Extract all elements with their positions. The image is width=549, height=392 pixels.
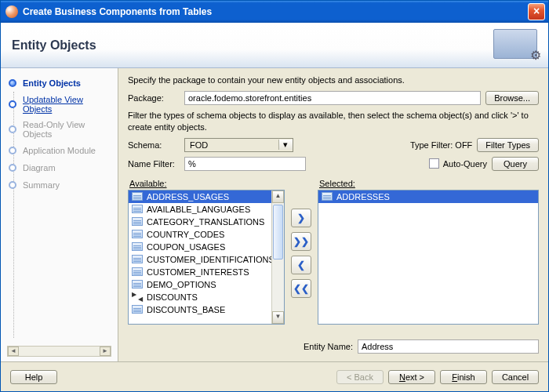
list-item[interactable]: DEMO_OPTIONS [129,278,271,291]
step-dot-icon [9,79,16,87]
list-item[interactable]: DISCOUNTS_BASE [129,303,271,316]
wizard-step-read-only-view-objects: Read-Only View Objects [1,117,118,142]
item-label: CUSTOMER_INTERESTS [147,267,249,277]
item-label: ADDRESS_USAGES [147,192,229,201]
shuttle-buttons: ❯ ❯❯ ❮ ❮❮ [291,209,311,298]
page-title: Entity Objects [12,38,96,53]
item-label: AVAILABLE_LANGUAGES [147,205,250,214]
wizard-footer: Help < Back Next > Finish Cancel [1,361,548,391]
wizard-step-updatable-view-objects[interactable]: Updatable View Objects [1,92,118,117]
scroll-down-icon[interactable]: ▼ [272,311,284,324]
item-label: DISCOUNTS [147,292,198,302]
table-icon [132,305,143,314]
package-label: Package: [128,93,180,103]
item-label: CUSTOMER_IDENTIFICATIONS [147,255,271,264]
scroll-thumb[interactable] [273,205,283,260]
header-decoration-icon [493,29,537,59]
app-icon [5,5,18,18]
help-button[interactable]: Help [10,370,57,384]
step-dot-icon [9,147,16,154]
selected-listbox[interactable]: ADDRESSES [318,190,539,325]
available-label: Available: [129,179,285,188]
cancel-button[interactable]: Cancel [492,370,539,384]
available-listbox[interactable]: ADDRESS_USAGESAVAILABLE_LANGUAGESCATEGOR… [128,190,285,325]
item-label: ADDRESSES [336,192,390,201]
step-dot-icon [9,181,16,189]
name-filter-label: Name Filter: [128,159,180,169]
list-item[interactable]: COUNTRY_CODES [129,228,271,241]
schema-label: Schema: [128,140,180,150]
list-item[interactable]: CUSTOMER_IDENTIFICATIONS [129,253,271,266]
window-title: Create Business Components from Tables [23,6,528,17]
schema-value: FOD [185,139,278,151]
list-item[interactable]: DISCOUNTS [129,291,271,303]
step-label: Updatable View Objects [23,95,113,114]
table-icon [132,217,143,226]
chevron-down-icon[interactable]: ▾ [278,140,293,150]
item-label: COUNTRY_CODES [147,230,224,239]
item-label: COUPON_USAGES [147,242,225,252]
wizard-step-entity-objects[interactable]: Entity Objects [1,74,118,92]
available-column: Available: ADDRESS_USAGESAVAILABLE_LANGU… [128,176,285,332]
step-label: Read-Only View Objects [23,120,113,139]
scroll-right-icon[interactable]: ► [100,347,111,356]
table-icon [322,192,333,201]
close-icon[interactable]: × [528,3,545,20]
list-item[interactable]: CATEGORY_TRANSLATIONS [129,216,271,228]
main-area: Entity ObjectsUpdatable View ObjectsRead… [1,68,548,361]
table-icon [132,255,143,263]
table-icon [132,242,143,251]
entity-name-row: Entity Name: [128,339,539,354]
scroll-up-icon[interactable]: ▲ [272,191,284,203]
discount-icon [132,292,143,301]
step-label: Diagram [23,163,56,172]
content-pane: Specify the package to contain your new … [118,68,548,361]
titlebar[interactable]: Create Business Components from Tables × [1,1,548,23]
list-item[interactable]: COUPON_USAGES [129,241,271,253]
list-item[interactable]: AVAILABLE_LANGUAGES [129,203,271,216]
list-item[interactable]: CUSTOMER_INTERESTS [129,266,271,278]
available-scrollbar[interactable]: ▲ ▼ [271,191,284,324]
schema-combo[interactable]: FOD ▾ [184,138,293,152]
step-label: Summary [23,180,60,190]
package-row: Package: Browse... [128,91,539,105]
name-filter-row: Name Filter: Auto-Query Query [128,157,539,171]
entity-name-input[interactable] [358,339,539,354]
remove-all-button[interactable]: ❮❮ [291,279,311,298]
table-icon [132,267,143,276]
wizard-step-summary: Summary [1,176,118,194]
step-dot-icon [9,125,16,133]
query-button[interactable]: Query [492,157,539,171]
list-item[interactable]: ADDRESSES [318,191,538,203]
item-label: DEMO_OPTIONS [147,280,216,289]
instructions-package: Specify the package to contain your new … [128,74,539,86]
header-band: Entity Objects [1,23,548,68]
add-button[interactable]: ❯ [291,209,311,227]
step-dot-icon [9,164,16,172]
checkbox-icon [429,158,439,169]
instructions-filter: Filter the types of schema objects to di… [128,110,539,133]
item-label: DISCOUNTS_BASE [147,305,225,314]
auto-query-checkbox[interactable]: Auto-Query [429,158,487,169]
list-item[interactable]: ADDRESS_USAGES [129,191,271,203]
sidebar-scrollbar[interactable]: ◄ ► [7,346,111,357]
type-filter-status: Type Filter: OFF [410,140,472,150]
browse-button[interactable]: Browse... [485,91,539,105]
add-all-button[interactable]: ❯❯ [291,232,311,251]
filter-types-button[interactable]: Filter Types [477,138,539,152]
step-label: Entity Objects [23,78,81,88]
scroll-left-icon[interactable]: ◄ [8,347,19,356]
table-icon [132,280,143,289]
table-icon [132,205,143,213]
selected-label: Selected: [319,179,539,188]
back-button: < Back [336,370,384,384]
finish-button[interactable]: Finish [440,370,487,384]
shuttle-area: Available: ADDRESS_USAGESAVAILABLE_LANGU… [128,176,539,332]
name-filter-input[interactable] [184,157,306,171]
wizard-step-application-module: Application Module [1,142,118,159]
item-label: CATEGORY_TRANSLATIONS [147,217,264,227]
package-input[interactable] [184,91,481,105]
remove-button[interactable]: ❮ [291,256,311,274]
table-icon [132,192,143,201]
next-button[interactable]: Next > [388,370,435,384]
